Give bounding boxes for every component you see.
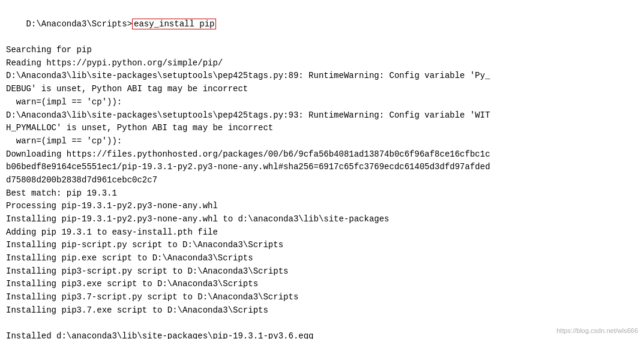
terminal-line-12: d75808d200b2838d7d961cebc0c2c7 — [6, 174, 638, 187]
terminal-line-10: Downloading https://files.pythonhosted.o… — [6, 148, 638, 161]
prompt-text: D:\Anaconda3\Scripts> — [26, 19, 132, 29]
terminal-line-1: D:\Anaconda3\Scripts>easy_install pip — [6, 5, 638, 44]
terminal-line-13: Best match: pip 19.3.1 — [6, 187, 638, 200]
terminal-line-5: DEBUG' is unset, Python ABI tag may be i… — [6, 83, 638, 96]
terminal-line-8: H_PYMALLOC' is unset, Python ABI tag may… — [6, 122, 638, 135]
watermark-text: https://blog.csdn.net/wls666 — [556, 327, 638, 334]
terminal-line-15: Installing pip-19.3.1-py2.py3-none-any.w… — [6, 213, 638, 226]
terminal-line-2: Searching for pip — [6, 44, 638, 57]
terminal-window: D:\Anaconda3\Scripts>easy_install pip Se… — [0, 0, 644, 339]
terminal-line-20: Installing pip3.exe script to D:\Anacond… — [6, 278, 638, 291]
terminal-line-19: Installing pip3-script.py script to D:\A… — [6, 265, 638, 278]
terminal-line-17: Installing pip-script.py script to D:\An… — [6, 239, 638, 252]
terminal-line-3: Reading https://pypi.python.org/simple/p… — [6, 57, 638, 70]
terminal-line-23 — [6, 317, 638, 331]
terminal-line-18: Installing pip.exe script to D:\Anaconda… — [6, 252, 638, 265]
terminal-line-22: Installing pip3.7.exe script to D:\Anaco… — [6, 304, 638, 317]
terminal-line-9: warn=(impl == 'cp')): — [6, 135, 638, 148]
terminal-line-7: D:\Anaconda3\lib\site-packages\setuptool… — [6, 109, 638, 122]
terminal-line-16: Adding pip 19.3.1 to easy-install.pth fi… — [6, 226, 638, 239]
terminal-line-4: D:\Anaconda3\lib\site-packages\setuptool… — [6, 70, 638, 83]
terminal-line-6: warn=(impl == 'cp')): — [6, 96, 638, 109]
terminal-line-24: Installed d:\anaconda3\lib\site-packages… — [6, 330, 638, 339]
terminal-line-11: b06bedf8e9164ce5551ec1/pip-19.3.1-py2.py… — [6, 161, 638, 174]
terminal-line-21: Installing pip3.7-script.py script to D:… — [6, 291, 638, 304]
command-text: easy_install pip — [132, 19, 216, 29]
terminal-line-14: Processing pip-19.3.1-py2.py3-none-any.w… — [6, 200, 638, 213]
